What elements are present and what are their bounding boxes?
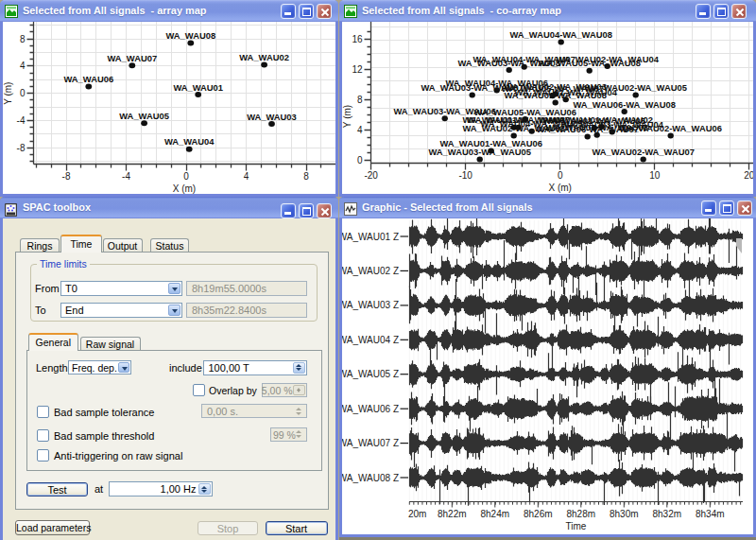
svg-text:8h24m: 8h24m [481, 509, 510, 519]
svg-text:20m: 20m [408, 509, 426, 519]
svg-text:8h22m: 8h22m [438, 509, 467, 519]
svg-text:20: 20 [744, 170, 753, 181]
svg-text:0: 0 [20, 88, 26, 98]
svg-text:WA_WAU08: WA_WAU08 [165, 30, 215, 41]
svg-text:WA_WAU06 Z: WA_WAU06 Z [342, 404, 399, 414]
svg-text:0: 0 [558, 170, 563, 181]
svg-text:8: 8 [303, 171, 309, 182]
svg-text:WA_WAU08 Z: WA_WAU08 Z [342, 473, 399, 483]
svg-text:10: 10 [649, 170, 661, 181]
svg-text:WA_WAU07: WA_WAU07 [107, 53, 157, 63]
svg-text:WA_WAU03: WA_WAU03 [247, 112, 297, 122]
svg-text:WA_WAU05-WA_WAU07: WA_WAU05-WA_WAU07 [502, 83, 604, 94]
svg-text:WA_WAU07-WA_WAU08: WA_WAU07-WA_WAU08 [546, 122, 648, 132]
svg-text:8h28m: 8h28m [567, 509, 596, 519]
svg-text:WA_WAU01: WA_WAU01 [173, 82, 223, 93]
svg-text:8h34m: 8h34m [696, 509, 725, 519]
svg-text:4: 4 [20, 61, 26, 71]
svg-text:8h32m: 8h32m [653, 509, 682, 519]
svg-text:WA_WAU07 Z: WA_WAU07 Z [342, 438, 399, 448]
svg-text:WA_WAU06: WA_WAU06 [63, 74, 113, 84]
svg-text:-8: -8 [62, 171, 71, 182]
svg-text:-4: -4 [122, 171, 130, 182]
svg-text:-10: -10 [458, 170, 472, 181]
svg-text:0: 0 [357, 155, 363, 165]
svg-text:Y (m): Y (m) [342, 105, 352, 128]
svg-text:8h30m: 8h30m [610, 509, 639, 519]
svg-text:8: 8 [20, 34, 26, 44]
svg-text:16: 16 [352, 34, 363, 44]
svg-text:WA_WAU05-WA_WAU08: WA_WAU05-WA_WAU08 [539, 58, 641, 68]
svg-text:0: 0 [183, 171, 189, 182]
svg-text:-8: -8 [17, 143, 26, 153]
svg-text:WA_WAU05: WA_WAU05 [119, 111, 169, 121]
svg-text:WA_WAU02: WA_WAU02 [239, 52, 289, 62]
svg-text:WA_WAU06-WA_WAU08: WA_WAU06-WA_WAU08 [574, 99, 676, 110]
svg-text:WA_WAU04-WA_WAU08: WA_WAU04-WA_WAU08 [510, 29, 612, 40]
svg-text:X (m): X (m) [548, 183, 571, 193]
svg-text:4: 4 [244, 171, 249, 182]
svg-text:WA_WAU02 Z: WA_WAU02 Z [342, 266, 399, 276]
svg-text:8h26m: 8h26m [524, 509, 553, 519]
svg-text:WA_WAU02-WA_WAU07: WA_WAU02-WA_WAU07 [593, 147, 695, 157]
svg-text:-4: -4 [17, 115, 26, 126]
svg-text:-20: -20 [364, 170, 378, 181]
svg-text:X (m): X (m) [173, 183, 196, 194]
svg-text:WA_WAU04 Z: WA_WAU04 Z [342, 335, 399, 345]
svg-text:WA_WAU03-WA_WAU05: WA_WAU03-WA_WAU05 [429, 147, 531, 157]
svg-text:8: 8 [357, 95, 363, 105]
svg-text:12: 12 [352, 64, 363, 75]
svg-text:WA_WAU01 Z: WA_WAU01 Z [342, 232, 399, 242]
svg-text:WA_WAU05 Z: WA_WAU05 Z [342, 369, 399, 379]
svg-text:4: 4 [357, 125, 363, 135]
svg-text:WA_WAU03 Z: WA_WAU03 Z [342, 300, 399, 310]
svg-text:Y (m): Y (m) [3, 82, 13, 105]
svg-text:WA_WAU04: WA_WAU04 [164, 136, 215, 147]
svg-text:WA_WAU05-WA_WAU06: WA_WAU05-WA_WAU06 [474, 107, 576, 117]
svg-text:Time: Time [566, 521, 587, 531]
